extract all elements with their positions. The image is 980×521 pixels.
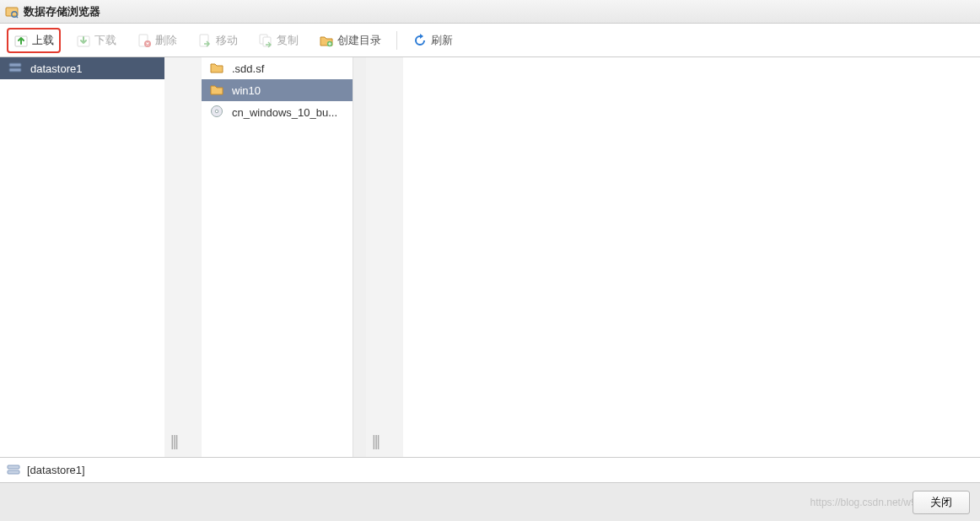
- delete-label: 删除: [155, 33, 177, 48]
- refresh-label: 刷新: [431, 33, 453, 48]
- copy-label: 复制: [277, 33, 299, 48]
- download-label: 下载: [94, 33, 116, 48]
- copy-icon: [258, 33, 273, 48]
- file-list: .sdd.sf win10 cn_windows_10_bu...: [202, 57, 366, 457]
- create-directory-button[interactable]: 创建目录: [314, 30, 386, 51]
- svg-point-14: [215, 110, 218, 113]
- browser-icon: [5, 5, 19, 19]
- download-button[interactable]: 下载: [71, 30, 121, 51]
- svg-rect-7: [200, 35, 208, 46]
- footer: https://blog.csdn.net/w918227fsz4z 关闭: [0, 482, 980, 521]
- file-item-folder[interactable]: win10: [202, 79, 366, 101]
- copy-button[interactable]: 复制: [253, 30, 304, 51]
- file-label: win10: [232, 84, 261, 97]
- folder-add-icon: [319, 33, 334, 48]
- svg-rect-11: [9, 63, 21, 67]
- path-bar: [datastore1]: [0, 457, 980, 482]
- file-item-folder[interactable]: .sdd.sf: [202, 57, 366, 79]
- refresh-icon: [412, 33, 428, 48]
- toolbar: 上载 下载 删除 移动: [0, 24, 980, 57]
- toolbar-separator: [396, 31, 397, 50]
- svg-rect-12: [9, 68, 21, 72]
- download-icon: [76, 33, 91, 48]
- svg-line-2: [16, 16, 18, 18]
- upload-label: 上载: [32, 33, 54, 48]
- svg-rect-16: [8, 470, 19, 474]
- file-label: .sdd.sf: [232, 62, 264, 75]
- datastore-label: datastore1: [30, 62, 82, 75]
- content-pane: [403, 57, 980, 457]
- window-title: 数据存储浏览器: [24, 4, 100, 19]
- upload-button[interactable]: 上载: [7, 28, 61, 53]
- datastore-icon: [7, 463, 22, 478]
- path-text: [datastore1]: [27, 464, 85, 476]
- datastore-list: datastore1: [0, 57, 164, 457]
- folder-icon: [210, 83, 225, 98]
- datastore-icon: [8, 61, 24, 76]
- file-label: cn_windows_10_bu...: [232, 106, 337, 119]
- splitter-right[interactable]: |||: [366, 57, 385, 457]
- close-button[interactable]: 关闭: [913, 491, 970, 514]
- main-area: datastore1 ||| .sdd.sf win10: [0, 57, 980, 457]
- refresh-button[interactable]: 刷新: [407, 30, 458, 51]
- disc-icon: [210, 105, 225, 120]
- file-item-iso[interactable]: cn_windows_10_bu...: [202, 101, 366, 123]
- delete-icon: [137, 33, 152, 48]
- create-directory-label: 创建目录: [337, 33, 381, 48]
- datastore-item[interactable]: datastore1: [0, 57, 164, 79]
- move-label: 移动: [216, 33, 238, 48]
- splitter-handle-icon: |||: [372, 432, 379, 450]
- svg-rect-15: [8, 465, 19, 469]
- move-icon: [197, 33, 213, 48]
- move-button[interactable]: 移动: [192, 30, 243, 51]
- upload-icon: [13, 33, 29, 48]
- window-titlebar: 数据存储浏览器: [0, 0, 980, 24]
- folder-icon: [210, 61, 225, 76]
- delete-button[interactable]: 删除: [132, 30, 182, 51]
- splitter-left[interactable]: |||: [164, 57, 183, 457]
- splitter-handle-icon: |||: [170, 432, 177, 450]
- scrollbar[interactable]: [353, 57, 366, 457]
